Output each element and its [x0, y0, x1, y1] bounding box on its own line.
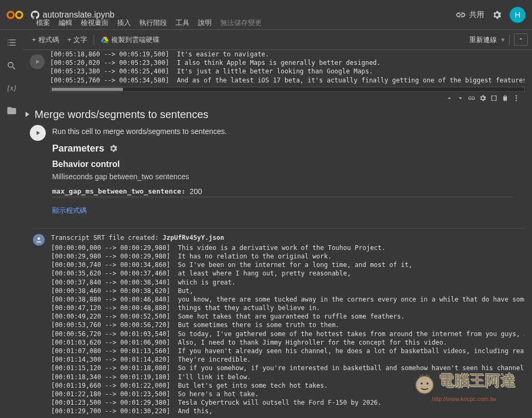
param-label: max_gap_ms_between_two_sentence:	[52, 187, 185, 195]
share-label: 共用	[469, 10, 484, 20]
menu-insert[interactable]: 插入	[117, 18, 131, 28]
divider	[94, 35, 94, 45]
add-text-button[interactable]: + 文字	[63, 33, 92, 47]
menu-help[interactable]: 說明	[198, 18, 212, 28]
cell-output-1: [00:05:18,860 --> 00:05:19,500] It's eas…	[50, 50, 525, 92]
horizontal-scrollbar[interactable]	[50, 87, 525, 92]
svg-point-2	[516, 95, 517, 97]
svg-point-4	[516, 99, 517, 101]
svg-point-1	[16, 12, 22, 18]
play-icon	[34, 58, 40, 65]
menu-runtime[interactable]: 執行階段	[139, 18, 167, 28]
delete-icon[interactable]	[501, 94, 509, 102]
menu-file[interactable]: 檔案	[36, 18, 50, 28]
chevron-up-icon	[518, 36, 524, 42]
more-icon[interactable]	[512, 94, 520, 102]
cell-description: Run this cell to merge words/segments to…	[52, 127, 519, 136]
folder-icon[interactable]	[6, 105, 17, 116]
cell-toolbar	[23, 92, 530, 103]
user-avatar[interactable]: H	[510, 7, 526, 23]
bot-icon	[33, 234, 45, 246]
run-button-2[interactable]	[30, 125, 46, 141]
parameters-heading: Parameters	[52, 143, 519, 154]
param-input[interactable]	[189, 187, 243, 196]
markdown-cell: Run this cell to merge words/segments to…	[50, 125, 530, 222]
main-content: [00:05:18,860 --> 00:05:19,500] It's eas…	[23, 50, 530, 416]
copy-to-drive-button[interactable]: 複製到雲端硬碟	[96, 33, 164, 47]
param-row: max_gap_ms_between_two_sentence:	[52, 187, 513, 197]
move-down-icon[interactable]	[456, 94, 464, 102]
share-button[interactable]: 共用	[455, 10, 484, 20]
link-icon	[455, 10, 466, 20]
svg-point-5	[38, 237, 40, 240]
menu-tools[interactable]: 工具	[176, 18, 189, 28]
cell-settings-icon[interactable]	[479, 94, 487, 102]
cell-link-icon[interactable]	[468, 94, 476, 102]
output-text-2: [00:00:00,000 --> 00:00:29,980] This vid…	[51, 244, 525, 416]
menu-view[interactable]: 檢視畫面	[81, 18, 109, 28]
behavior-heading: Behavior control	[52, 160, 519, 169]
gap-description: Milliseconds gap between_two sentences	[52, 172, 519, 181]
svg-point-0	[7, 12, 14, 18]
collapse-button[interactable]	[514, 34, 528, 46]
mirror-icon[interactable]	[490, 94, 498, 102]
expand-arrow-icon[interactable]	[26, 112, 29, 117]
gear-icon	[109, 144, 118, 153]
cell-output-2: Transcript SRT file created: JzpUfRv45yY…	[33, 228, 525, 416]
variables-icon[interactable]: {x}	[7, 84, 16, 93]
show-code-link[interactable]: 顯示程式碼	[52, 206, 87, 215]
svg-point-3	[516, 97, 517, 99]
drive-icon	[101, 36, 109, 44]
move-up-icon[interactable]	[445, 94, 453, 102]
created-label: Transcript SRT file created: JzpUfRv45yY…	[51, 234, 525, 241]
output-text-1: [00:05:18,860 --> 00:05:19,500] It's eas…	[50, 50, 525, 85]
play-icon	[34, 129, 41, 137]
reconnect-button[interactable]: 重新連線	[469, 35, 497, 45]
search-icon[interactable]	[6, 61, 17, 71]
toolbar: + 程式碼 + 文字 複製到雲端硬碟 重新連線 ▾	[23, 30, 532, 50]
run-button-1[interactable]	[30, 54, 45, 69]
toc-icon[interactable]	[6, 37, 17, 48]
left-rail: {x}	[0, 30, 23, 418]
menu-bar: 檔案 編輯 檢視畫面 插入 執行階段 工具 說明 無法儲存變更	[36, 18, 262, 28]
settings-icon[interactable]	[492, 10, 502, 20]
menu-readonly: 無法儲存變更	[220, 18, 262, 28]
section-header[interactable]: Merge words/segments to sentences	[23, 103, 530, 125]
colab-logo	[6, 10, 23, 20]
menu-edit[interactable]: 編輯	[59, 18, 72, 28]
add-code-button[interactable]: + 程式碼	[28, 33, 63, 47]
section-title: Merge words/segments to sentences	[35, 108, 209, 121]
